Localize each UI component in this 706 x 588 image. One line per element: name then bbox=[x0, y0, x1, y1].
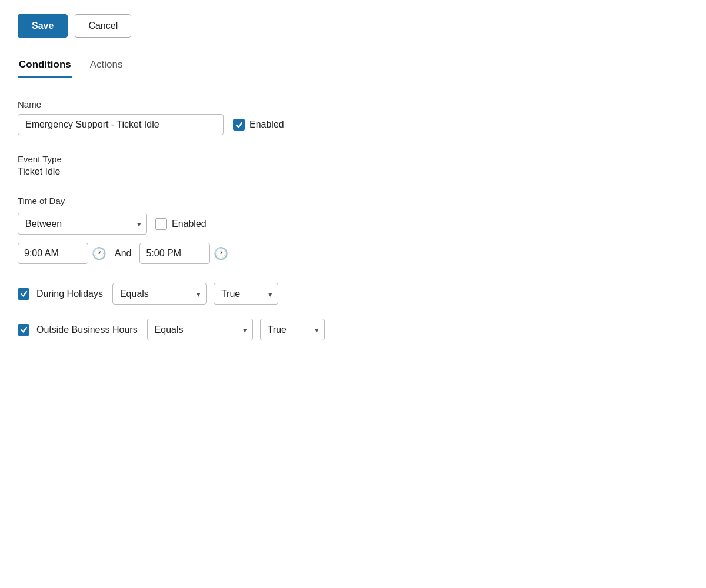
enabled-checkbox[interactable] bbox=[233, 119, 245, 131]
holidays-value-wrapper: True False ▾ bbox=[214, 283, 278, 305]
end-time-wrapper: 🕐 bbox=[139, 243, 228, 264]
time-of-day-label: Time of Day bbox=[18, 196, 688, 206]
tod-enabled-label: Enabled bbox=[172, 219, 207, 229]
outside-business-hours-checkbox[interactable] bbox=[18, 324, 29, 336]
end-clock-icon[interactable]: 🕐 bbox=[214, 246, 228, 260]
name-input[interactable] bbox=[18, 114, 224, 135]
obh-value-wrapper: True False ▾ bbox=[260, 319, 325, 340]
during-holidays-row: During Holidays Equals Not Equals ▾ True… bbox=[18, 283, 688, 305]
enabled-row: Enabled bbox=[233, 119, 284, 131]
tabs-bar: Conditions Actions bbox=[18, 54, 688, 78]
event-type-section: Event Type Ticket Idle bbox=[18, 154, 688, 177]
tab-actions[interactable]: Actions bbox=[89, 54, 124, 78]
outside-business-hours-row: Outside Business Hours Equals Not Equals… bbox=[18, 319, 688, 340]
cancel-button[interactable]: Cancel bbox=[75, 14, 131, 38]
tab-conditions[interactable]: Conditions bbox=[18, 54, 72, 78]
obh-operator-wrapper: Equals Not Equals ▾ bbox=[147, 319, 253, 340]
obh-operator-select[interactable]: Equals Not Equals bbox=[147, 319, 253, 340]
start-time-input[interactable] bbox=[18, 243, 88, 264]
time-of-day-section: Time of Day Between Before After Any Tim… bbox=[18, 196, 688, 264]
time-of-day-row1: Between Before After Any Time ▾ Enabled bbox=[18, 213, 688, 235]
toolbar: Save Cancel bbox=[18, 14, 688, 38]
event-type-value: Ticket Idle bbox=[18, 166, 688, 177]
between-select-wrapper: Between Before After Any Time ▾ bbox=[18, 213, 147, 235]
event-type-label: Event Type bbox=[18, 154, 688, 164]
save-button[interactable]: Save bbox=[18, 14, 68, 38]
end-time-input[interactable] bbox=[139, 243, 210, 264]
between-select[interactable]: Between Before After Any Time bbox=[18, 213, 147, 235]
obh-value-select[interactable]: True False bbox=[260, 319, 325, 340]
enabled-label: Enabled bbox=[249, 119, 284, 130]
outside-business-hours-label: Outside Business Hours bbox=[36, 325, 138, 335]
start-clock-icon[interactable]: 🕐 bbox=[92, 246, 106, 260]
during-holidays-label: During Holidays bbox=[36, 289, 103, 299]
holidays-value-select[interactable]: True False bbox=[214, 283, 278, 305]
name-label: Name bbox=[18, 99, 688, 109]
tod-enabled-checkbox[interactable] bbox=[155, 218, 167, 230]
during-holidays-checkbox[interactable] bbox=[18, 288, 29, 300]
holidays-operator-select[interactable]: Equals Not Equals bbox=[112, 283, 207, 305]
name-section: Name Enabled bbox=[18, 99, 688, 135]
and-label: And bbox=[115, 248, 131, 259]
tod-enabled-row: Enabled bbox=[155, 218, 207, 230]
time-of-day-row2: 🕐 And 🕐 bbox=[18, 243, 688, 264]
start-time-wrapper: 🕐 bbox=[18, 243, 106, 264]
name-row: Enabled bbox=[18, 114, 688, 135]
holidays-operator-wrapper: Equals Not Equals ▾ bbox=[112, 283, 207, 305]
